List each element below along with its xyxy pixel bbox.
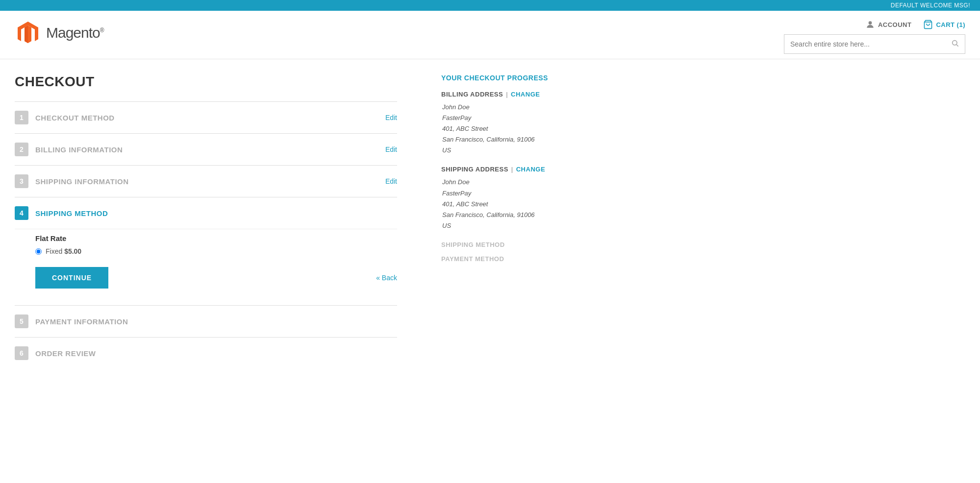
search-button[interactable] — [945, 39, 965, 49]
progress-title: YOUR CHECKOUT PROGRESS — [441, 74, 583, 82]
step-4-content: Flat Rate Fixed $5.00 CONTINUE « Back — [15, 229, 397, 305]
billing-separator: | — [506, 91, 508, 98]
search-icon — [951, 39, 959, 47]
step-1-header: 1 CHECKOUT METHOD Edit — [15, 102, 397, 133]
shipping-address-section: SHIPPING ADDRESS | CHANGE John Doe Faste… — [441, 166, 583, 231]
step-6-left: 6 ORDER REVIEW — [15, 346, 96, 360]
step-6: 6 ORDER REVIEW — [15, 337, 397, 369]
step-5: 5 PAYMENT INFORMATION — [15, 305, 397, 337]
cart-label: CART (1) — [936, 21, 965, 28]
step-3-label: SHIPPING INFORMATION — [35, 177, 129, 186]
step-1: 1 CHECKOUT METHOD Edit — [15, 101, 397, 133]
shipping-country: US — [442, 220, 583, 231]
flat-rate-radio[interactable] — [35, 248, 42, 255]
shipping-address-section-title: SHIPPING ADDRESS | CHANGE — [441, 166, 583, 173]
logo-area: Magento® — [15, 20, 104, 46]
header: Magento® ACCOUNT CART (1) — [0, 11, 980, 59]
logo-text-area: Magento® — [46, 24, 104, 41]
billing-section: BILLING ADDRESS | CHANGE John Doe Faster… — [441, 91, 583, 156]
shipping-method-inactive: SHIPPING METHOD — [441, 241, 583, 248]
step-4-header: 4 SHIPPING METHOD — [15, 197, 397, 229]
step-4-actions: CONTINUE « Back — [35, 267, 397, 293]
step-2: 2 BILLING INFORMATION Edit — [15, 133, 397, 165]
step-1-label: CHECKOUT METHOD — [35, 114, 115, 122]
sidebar: YOUR CHECKOUT PROGRESS BILLING ADDRESS |… — [427, 74, 583, 269]
header-top-links: ACCOUNT CART (1) — [865, 20, 965, 29]
billing-country: US — [442, 145, 583, 156]
step-5-header: 5 PAYMENT INFORMATION — [15, 306, 397, 337]
step-1-edit[interactable]: Edit — [385, 114, 397, 121]
shipping-company: FasterPay — [442, 188, 583, 199]
step-5-number: 5 — [15, 314, 28, 328]
step-3-edit[interactable]: Edit — [385, 177, 397, 185]
step-2-left: 2 BILLING INFORMATION — [15, 143, 123, 156]
billing-change-link[interactable]: CHANGE — [511, 91, 540, 98]
step-3-number: 3 — [15, 174, 28, 188]
magento-logo-icon — [15, 20, 41, 46]
shipping-separator: | — [511, 166, 513, 173]
cart-link[interactable]: CART (1) — [923, 20, 965, 29]
shipping-address: John Doe FasterPay 401, ABC Street San F… — [441, 177, 583, 231]
logo-text: Magento® — [46, 24, 104, 41]
svg-marker-2 — [25, 25, 28, 43]
search-input[interactable] — [784, 40, 945, 48]
step-6-header: 6 ORDER REVIEW — [15, 338, 397, 369]
flat-rate-title: Flat Rate — [35, 234, 397, 242]
account-label: ACCOUNT — [878, 21, 912, 28]
billing-city-state: San Francisco, California, 91006 — [442, 134, 583, 145]
step-6-number: 6 — [15, 346, 28, 360]
step-4-label: SHIPPING METHOD — [35, 209, 108, 217]
step-1-left: 1 CHECKOUT METHOD — [15, 111, 115, 124]
step-4-number: 4 — [15, 206, 28, 220]
step-2-label: BILLING INFORMATION — [35, 145, 123, 154]
shipping-change-link[interactable]: CHANGE — [516, 166, 545, 173]
svg-point-5 — [953, 41, 957, 45]
header-right: ACCOUNT CART (1) — [784, 20, 965, 54]
flat-rate-option: Fixed $5.00 — [35, 247, 397, 255]
svg-line-6 — [956, 45, 958, 47]
step-2-edit[interactable]: Edit — [385, 145, 397, 153]
billing-label: BILLING ADDRESS — [441, 91, 503, 98]
main-container: CHECKOUT 1 CHECKOUT METHOD Edit 2 BILLIN… — [0, 59, 980, 384]
account-icon — [865, 20, 875, 29]
step-3-header: 3 SHIPPING INFORMATION Edit — [15, 166, 397, 197]
shipping-city-state: San Francisco, California, 91006 — [442, 210, 583, 220]
step-2-number: 2 — [15, 143, 28, 156]
shipping-name: John Doe — [442, 177, 583, 188]
shipping-street: 401, ABC Street — [442, 199, 583, 210]
step-2-header: 2 BILLING INFORMATION Edit — [15, 134, 397, 165]
step-3: 3 SHIPPING INFORMATION Edit — [15, 165, 397, 197]
step-5-label: PAYMENT INFORMATION — [35, 317, 128, 326]
checkout-title: CHECKOUT — [15, 74, 397, 90]
payment-method-inactive: PAYMENT METHOD — [441, 255, 583, 263]
top-bar: DEFAULT WELCOME MSG! — [0, 0, 980, 11]
billing-name: John Doe — [442, 102, 583, 113]
continue-button[interactable]: CONTINUE — [35, 267, 108, 289]
step-1-number: 1 — [15, 111, 28, 124]
step-4-left: 4 SHIPPING METHOD — [15, 206, 108, 220]
billing-section-title: BILLING ADDRESS | CHANGE — [441, 91, 583, 98]
welcome-message: DEFAULT WELCOME MSG! — [891, 2, 970, 9]
shipping-address-label: SHIPPING ADDRESS — [441, 166, 508, 173]
step-6-label: ORDER REVIEW — [35, 349, 96, 358]
step-3-left: 3 SHIPPING INFORMATION — [15, 174, 129, 188]
flat-rate-price: $5.00 — [64, 247, 81, 255]
svg-point-3 — [869, 21, 872, 24]
step-4: 4 SHIPPING METHOD Flat Rate Fixed $5.00 … — [15, 197, 397, 305]
billing-street: 401, ABC Street — [442, 123, 583, 134]
step-5-left: 5 PAYMENT INFORMATION — [15, 314, 128, 328]
cart-icon — [923, 20, 933, 29]
billing-company: FasterPay — [442, 113, 583, 123]
checkout-area: CHECKOUT 1 CHECKOUT METHOD Edit 2 BILLIN… — [15, 74, 397, 369]
billing-address: John Doe FasterPay 401, ABC Street San F… — [441, 102, 583, 156]
search-bar — [784, 34, 965, 54]
flat-rate-label: Fixed $5.00 — [46, 247, 81, 255]
back-link[interactable]: « Back — [376, 274, 397, 282]
account-link[interactable]: ACCOUNT — [865, 20, 912, 29]
